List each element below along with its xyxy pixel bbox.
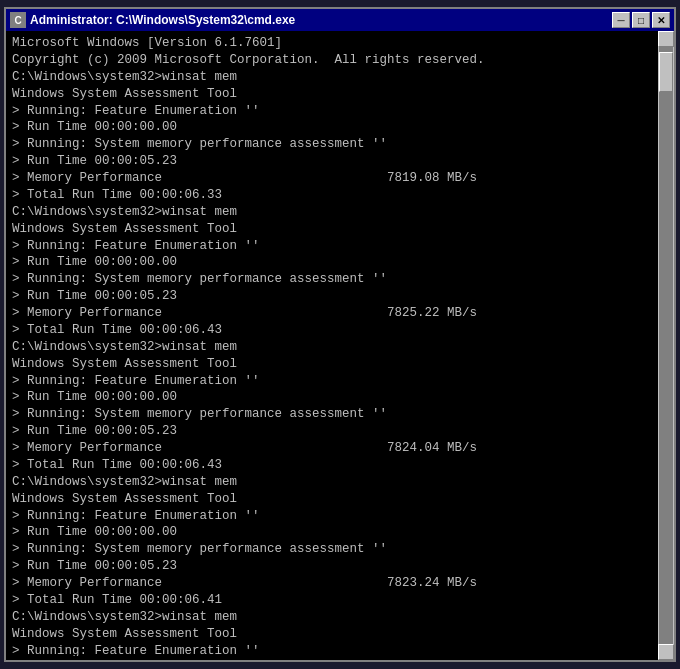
console-line: C:\Windows\system32>winsat mem bbox=[12, 339, 652, 356]
cmd-window: C Administrator: C:\Windows\System32\cmd… bbox=[4, 7, 676, 662]
content-area: Microsoft Windows [Version 6.1.7601]Copy… bbox=[12, 35, 668, 656]
console-line: > Run Time 00:00:00.00 bbox=[12, 389, 652, 406]
console-line: Windows System Assessment Tool bbox=[12, 86, 652, 103]
console-line: > Run Time 00:00:05.23 bbox=[12, 288, 652, 305]
title-buttons: ─ □ ✕ bbox=[612, 12, 670, 28]
console-line: > Running: Feature Enumeration '' bbox=[12, 643, 652, 657]
console-line: > Running: System memory performance ass… bbox=[12, 541, 652, 558]
window-title: Administrator: C:\Windows\System32\cmd.e… bbox=[30, 13, 295, 27]
console-line: C:\Windows\system32>winsat mem bbox=[12, 474, 652, 491]
console-line: C:\Windows\system32>winsat mem bbox=[12, 609, 652, 626]
console-line: > Total Run Time 00:00:06.43 bbox=[12, 457, 652, 474]
console-line: > Running: System memory performance ass… bbox=[12, 136, 652, 153]
console-line: Windows System Assessment Tool bbox=[12, 626, 652, 643]
console-line: > Run Time 00:00:05.23 bbox=[12, 423, 652, 440]
console-line: > Run Time 00:00:00.00 bbox=[12, 524, 652, 541]
console-line: > Running: System memory performance ass… bbox=[12, 406, 652, 423]
console-line: > Running: System memory performance ass… bbox=[12, 271, 652, 288]
minimize-button[interactable]: ─ bbox=[612, 12, 630, 28]
console-line: Copyright (c) 2009 Microsoft Corporation… bbox=[12, 52, 652, 69]
close-button[interactable]: ✕ bbox=[652, 12, 670, 28]
title-bar-left: C Administrator: C:\Windows\System32\cmd… bbox=[10, 12, 295, 28]
console-line: Windows System Assessment Tool bbox=[12, 356, 652, 373]
console-line: C:\Windows\system32>winsat mem bbox=[12, 204, 652, 221]
console-line: Windows System Assessment Tool bbox=[12, 491, 652, 508]
console-line: > Total Run Time 00:00:06.43 bbox=[12, 322, 652, 339]
console-line: > Running: Feature Enumeration '' bbox=[12, 238, 652, 255]
console-line: > Running: Feature Enumeration '' bbox=[12, 103, 652, 120]
scroll-track[interactable] bbox=[659, 47, 673, 644]
console-line: > Total Run Time 00:00:06.33 bbox=[12, 187, 652, 204]
console-line: > Run Time 00:00:00.00 bbox=[12, 119, 652, 136]
console-line: > Run Time 00:00:05.23 bbox=[12, 153, 652, 170]
window-icon: C bbox=[10, 12, 26, 28]
maximize-button[interactable]: □ bbox=[632, 12, 650, 28]
console-line: > Running: Feature Enumeration '' bbox=[12, 373, 652, 390]
scrollbar[interactable]: ▲ ▼ bbox=[658, 31, 674, 660]
console-line: > Run Time 00:00:00.00 bbox=[12, 254, 652, 271]
scroll-down-button[interactable]: ▼ bbox=[658, 644, 674, 660]
cmd-output-area: Microsoft Windows [Version 6.1.7601]Copy… bbox=[6, 31, 674, 660]
console-line: Microsoft Windows [Version 6.1.7601] bbox=[12, 35, 652, 52]
console-line: > Memory Performance 7825.22 MB/s bbox=[12, 305, 652, 322]
console-line: > Memory Performance 7819.08 MB/s bbox=[12, 170, 652, 187]
console-line: > Run Time 00:00:05.23 bbox=[12, 558, 652, 575]
console-line: > Memory Performance 7823.24 MB/s bbox=[12, 575, 652, 592]
console-line: C:\Windows\system32>winsat mem bbox=[12, 69, 652, 86]
console-line: > Memory Performance 7824.04 MB/s bbox=[12, 440, 652, 457]
scroll-thumb[interactable] bbox=[659, 52, 673, 92]
scroll-up-button[interactable]: ▲ bbox=[658, 31, 674, 47]
console-line: Windows System Assessment Tool bbox=[12, 221, 652, 238]
console-line: > Running: Feature Enumeration '' bbox=[12, 508, 652, 525]
console-line: > Total Run Time 00:00:06.41 bbox=[12, 592, 652, 609]
title-bar: C Administrator: C:\Windows\System32\cmd… bbox=[6, 9, 674, 31]
